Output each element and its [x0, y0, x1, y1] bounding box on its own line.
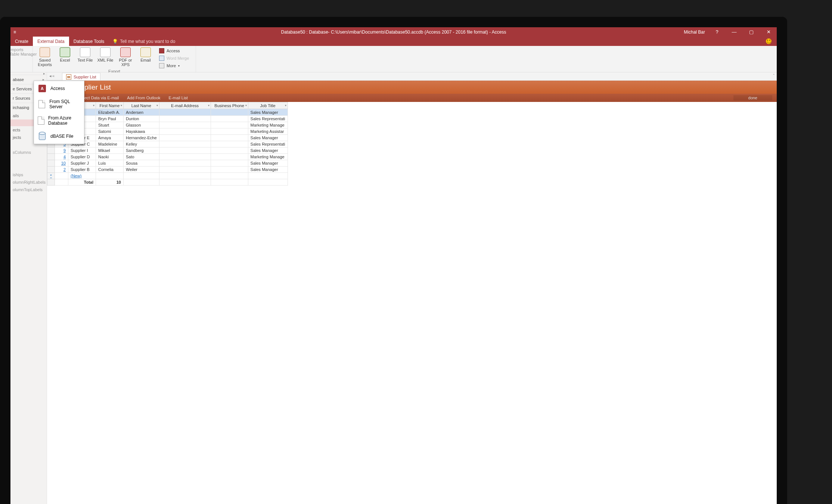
cell-phone[interactable]	[211, 116, 248, 122]
supplier-grid[interactable]: ◢ ny▾ First Name▾ Last Name▾ E-mail Addr…	[47, 102, 777, 504]
cell-email[interactable]	[159, 160, 211, 167]
cell-first-name[interactable]: Bryn Paul	[96, 116, 124, 122]
cell-last-name[interactable]: Andersen	[124, 109, 159, 116]
chevron-down-icon[interactable]: ▾	[156, 104, 158, 107]
cell-job-title[interactable]: Sales Manager	[248, 160, 288, 167]
cell-id[interactable]: 2	[55, 167, 68, 173]
col-last-name[interactable]: Last Name▾	[124, 102, 159, 109]
nav-collapse-icon[interactable]: «	[52, 74, 55, 78]
cell-email[interactable]	[159, 154, 211, 160]
cell-first-name[interactable]: Elizabeth A.	[96, 109, 124, 116]
nav-back-icon[interactable]: ◂	[49, 74, 52, 78]
table-row[interactable]: 4Supplier DNaokiSatoMarketing Manage	[47, 154, 288, 160]
cell-first-name[interactable]: Stuart	[96, 122, 124, 128]
nav-expand-icon[interactable]: ▸	[43, 72, 45, 75]
ribbon-item-linked-table-manager[interactable]: d Table Manager	[6, 52, 37, 56]
cell-email[interactable]	[159, 135, 211, 141]
chevron-down-icon[interactable]: ▾	[285, 104, 286, 107]
cell-last-name[interactable]: Hayakawa	[124, 128, 159, 135]
ribbon-more[interactable]: More▾	[159, 62, 193, 69]
cell-job-title[interactable]: Sales Manager	[248, 135, 288, 141]
nav-item[interactable]: iships	[10, 171, 47, 178]
cell-first-name[interactable]: Madeleine	[96, 141, 124, 147]
flyout-sql-server[interactable]: From SQL Server	[34, 96, 84, 112]
cell-phone[interactable]	[211, 122, 248, 128]
cell-email[interactable]	[159, 141, 211, 147]
cell-job-title[interactable]: Sales Representati	[248, 116, 288, 122]
cell-first-name[interactable]: Satomi	[96, 128, 124, 135]
record-selector[interactable]	[47, 154, 55, 160]
cell-phone[interactable]	[211, 167, 248, 173]
tab-database-tools[interactable]: Database Tools	[69, 37, 109, 46]
ribbon-word-merge[interactable]: Word Merge	[159, 55, 193, 62]
record-selector[interactable]	[47, 167, 55, 173]
table-row[interactable]: 2Supplier BCorneliaWeilerSales Manager	[47, 167, 288, 173]
action-add-outlook[interactable]: Add From Outlook	[127, 96, 160, 100]
col-phone[interactable]: Business Phone▾	[211, 102, 248, 109]
control-menu-icon[interactable]: ≡	[13, 29, 16, 35]
chevron-down-icon[interactable]: ▾	[245, 104, 247, 107]
ribbon-text-file[interactable]: Text File	[76, 47, 94, 69]
nav-item[interactable]: olumnTopLabels	[10, 186, 47, 193]
record-selector[interactable]	[47, 160, 55, 167]
new-record-row[interactable]: *(New)	[47, 173, 288, 179]
ribbon-pdf-xps[interactable]: PDF or XPS	[117, 47, 134, 69]
cell-first-name[interactable]: Naoki	[96, 154, 124, 160]
ribbon-excel[interactable]: Excel	[56, 47, 74, 69]
cell-job-title[interactable]: Marketing Assistar	[248, 128, 288, 135]
col-email[interactable]: E-mail Address▾	[159, 102, 211, 109]
cell-email[interactable]	[159, 109, 211, 116]
document-tab-supplier-list[interactable]: Supplier List	[62, 73, 100, 80]
tab-external-data[interactable]: External Data	[33, 37, 69, 46]
close-button[interactable]: ✕	[763, 28, 774, 36]
feedback-smiley-icon[interactable]	[766, 38, 772, 44]
cell-job-title[interactable]: Marketing Manage	[248, 122, 288, 128]
nav-item[interactable]: sColumns	[10, 149, 47, 156]
cell-first-name[interactable]: Luis	[96, 160, 124, 167]
chevron-down-icon[interactable]: ▾	[93, 104, 94, 107]
cell-job-title[interactable]: Sales Manager	[248, 167, 288, 173]
cell-job-title[interactable]: Marketing Manage	[248, 154, 288, 160]
cell-phone[interactable]	[211, 147, 248, 154]
flyout-dbase-file[interactable]: dBASE File	[34, 129, 84, 144]
done-button[interactable]: done	[733, 95, 772, 100]
ribbon-item-saved-imports[interactable]: d Imports	[6, 47, 24, 52]
cell-email[interactable]	[159, 116, 211, 122]
tab-create[interactable]: Create	[10, 37, 33, 46]
cell-first-name[interactable]: Amaya	[96, 135, 124, 141]
user-name[interactable]: Michal Bar	[684, 29, 705, 35]
cell-phone[interactable]	[211, 128, 248, 135]
cell-job-title[interactable]: Sales Representati	[248, 141, 288, 147]
cell-company[interactable]: Supplier B	[68, 167, 96, 173]
cell-new[interactable]: (New)	[68, 173, 96, 179]
new-record-icon[interactable]: *	[47, 173, 55, 179]
cell-phone[interactable]	[211, 135, 248, 141]
ribbon-export-access[interactable]: Access	[159, 47, 193, 54]
cell-email[interactable]	[159, 122, 211, 128]
cell-email[interactable]	[159, 147, 211, 154]
table-row[interactable]: 9Supplier IMikaelSandbergSales Manager	[47, 147, 288, 154]
cell-first-name[interactable]: Mikael	[96, 147, 124, 154]
chevron-down-icon[interactable]: ▾	[121, 104, 122, 107]
flyout-access[interactable]: AAccess	[34, 81, 84, 96]
ribbon-saved-exports[interactable]: Saved Exports	[36, 47, 54, 69]
cell-id[interactable]: 9	[55, 147, 68, 154]
cell-last-name[interactable]: Sandberg	[124, 147, 159, 154]
nav-item[interactable]: olumnRightLabels	[10, 178, 47, 186]
ribbon-email[interactable]: Email	[137, 47, 155, 69]
cell-last-name[interactable]: Sato	[124, 154, 159, 160]
cell-first-name[interactable]: Cornelia	[96, 167, 124, 173]
table-row[interactable]: 10Supplier JLuisSousaSales Manager	[47, 160, 288, 167]
collapse-ribbon-icon[interactable]: ˆ	[773, 74, 774, 78]
ribbon-xml-file[interactable]: XML File	[96, 47, 114, 69]
cell-last-name[interactable]: Kelley	[124, 141, 159, 147]
col-first-name[interactable]: First Name▾	[96, 102, 124, 109]
cell-id[interactable]: 4	[55, 154, 68, 160]
cell-company[interactable]: Supplier I	[68, 147, 96, 154]
col-job-title[interactable]: Job Title▾	[248, 102, 288, 109]
cell-phone[interactable]	[211, 154, 248, 160]
maximize-button[interactable]: ▢	[746, 28, 757, 36]
cell-email[interactable]	[159, 167, 211, 173]
action-collect-email[interactable]: ect Data via E-mail	[84, 96, 119, 100]
cell-last-name[interactable]: Weiler	[124, 167, 159, 173]
